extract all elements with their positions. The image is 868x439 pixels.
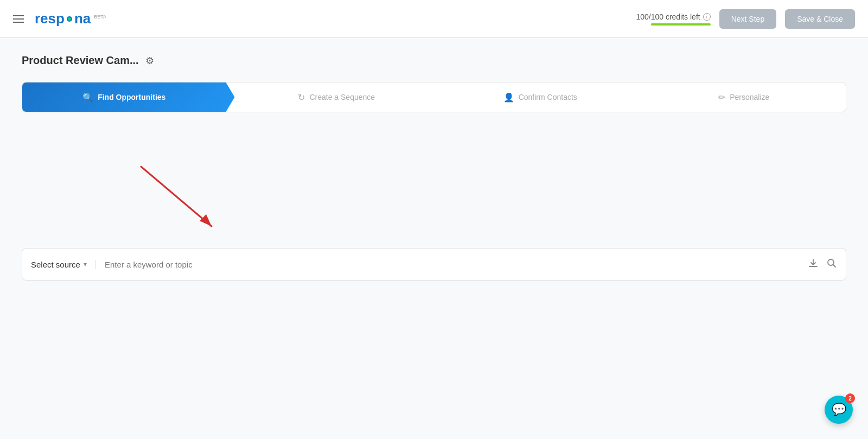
main-content: Product Review Cam... ⚙ 🔍 Find Opportuni… (0, 38, 868, 439)
svg-line-0 (141, 167, 212, 226)
save-close-button[interactable]: Save & Close (785, 9, 855, 29)
logo-main: resp na (35, 10, 91, 27)
contacts-label: Confirm Contacts (519, 93, 577, 101)
keyword-input[interactable] (96, 260, 808, 269)
step-find-opportunities[interactable]: 🔍 Find Opportunities (22, 82, 235, 112)
red-arrow-svg (119, 156, 228, 243)
svg-point-2 (828, 259, 834, 265)
logo-beta: BETA (94, 14, 106, 20)
personalize-icon: ✏ (718, 92, 725, 103)
chat-bubble-icon: 💬 (832, 403, 846, 417)
step-create-sequence[interactable]: ↻ Create a Sequence (235, 82, 439, 112)
campaign-title: Product Review Cam... (22, 54, 139, 67)
gear-icon[interactable]: ⚙ (145, 55, 154, 67)
next-step-button[interactable]: Next Step (719, 9, 776, 29)
source-select-label: Select source (31, 260, 80, 269)
source-select-dropdown[interactable]: Select source ▾ (31, 260, 96, 269)
find-opps-icon: 🔍 (82, 92, 93, 103)
campaign-title-row: Product Review Cam... ⚙ (22, 54, 846, 67)
personalize-label: Personalize (730, 93, 769, 101)
header-right: 100/100 credits left i Next Step Save & … (636, 9, 855, 29)
credits-bar (651, 23, 711, 26)
download-icon[interactable] (808, 258, 819, 271)
search-icon[interactable] (826, 258, 837, 271)
credits-section: 100/100 credits left i (636, 12, 710, 26)
header: resp na BETA 100/100 credits left i Next… (0, 0, 868, 38)
chevron-down-icon: ▾ (84, 260, 87, 268)
logo-text-start: resp (35, 10, 65, 27)
hamburger-menu[interactable] (13, 15, 24, 23)
step-confirm-contacts[interactable]: 👤 Confirm Contacts (438, 82, 642, 112)
logo-dot-container (65, 14, 74, 24)
search-bar: Select source ▾ (22, 248, 846, 281)
steps-bar: 🔍 Find Opportunities ↻ Create a Sequence… (22, 82, 846, 112)
sequence-label: Create a Sequence (309, 93, 375, 101)
svg-line-3 (833, 265, 835, 267)
logo: resp na BETA (35, 10, 106, 27)
logo-text-end: na (74, 10, 91, 27)
logo-dot (67, 16, 72, 22)
contacts-icon: 👤 (503, 92, 514, 103)
credits-info-icon[interactable]: i (703, 13, 711, 21)
chat-badge: 2 (845, 393, 855, 403)
credits-label: 100/100 credits left (636, 12, 700, 21)
search-actions (808, 258, 837, 271)
svg-marker-1 (200, 214, 212, 226)
header-left: resp na BETA (13, 10, 106, 27)
step-personalize[interactable]: ✏ Personalize (642, 82, 846, 112)
credits-text: 100/100 credits left i (636, 12, 710, 21)
find-opps-label: Find Opportunities (98, 93, 165, 101)
logo-beta-wrapper: BETA (94, 11, 106, 21)
credits-bar-fill (651, 23, 711, 26)
chat-bubble[interactable]: 💬 2 (825, 396, 853, 424)
arrow-annotation (22, 134, 846, 243)
sequence-icon: ↻ (298, 92, 305, 103)
